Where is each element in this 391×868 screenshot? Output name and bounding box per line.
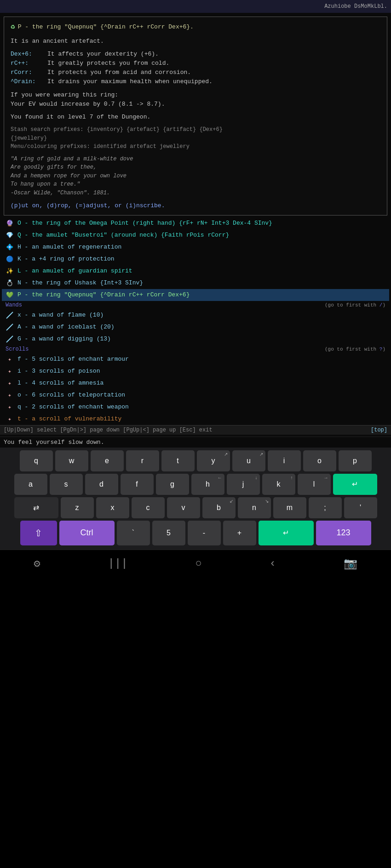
bottom-message: You feel yourself slow down.	[0, 437, 391, 448]
amulet-regen-icon: 💠	[5, 242, 15, 252]
nav-settings-icon[interactable]: ⚙	[34, 557, 40, 570]
key-shift-left[interactable]: ⇄	[14, 497, 58, 518]
nav-home-icon[interactable]: ○	[195, 557, 201, 570]
key-shift-bottom[interactable]: ⇧	[20, 521, 57, 545]
scrolls-goto: (go to first with ?)	[325, 346, 385, 352]
key-c[interactable]: c	[132, 497, 165, 518]
info-panel: ♻ P - the ring "Quepnuq" {^Drain rC++ rC…	[4, 17, 387, 216]
keyboard[interactable]: q w e r t y↗ u↗ i o p a s d f g h← j↓ k↑…	[0, 448, 391, 550]
key-u[interactable]: u↗	[232, 450, 265, 471]
inv-scroll-l-text: l - 4 scrolls of amnesia	[17, 380, 386, 386]
poem-attr: -Oscar Wilde, "Chanson". 1881.	[11, 189, 380, 198]
key-b[interactable]: b↙	[202, 497, 236, 518]
inv-scroll-l[interactable]: ✦ l - 4 scrolls of amnesia	[2, 377, 389, 389]
key-l[interactable]: l→	[298, 474, 331, 495]
ring-ushask-icon: 💍	[5, 278, 15, 288]
key-v[interactable]: v	[167, 497, 200, 518]
key-enter[interactable]: ↵	[333, 474, 377, 495]
key-5[interactable]: 5	[152, 521, 185, 545]
key-m[interactable]: m	[273, 497, 306, 518]
wands-label: Wands	[6, 302, 22, 308]
wand-digging-icon	[5, 334, 15, 344]
key-semicolon[interactable]: ;	[309, 497, 342, 518]
key-h[interactable]: h←	[191, 474, 224, 495]
menu-line: Menu/colouring prefixes: identified arte…	[11, 142, 380, 151]
keyboard-row-1: q w e r t y↗ u↗ i o p	[2, 450, 389, 471]
key-123[interactable]: 123	[316, 521, 371, 545]
key-ctrl[interactable]: Ctrl	[59, 521, 115, 545]
stat-key-drain: ^Drain:	[11, 77, 47, 86]
key-plus[interactable]: +	[223, 521, 256, 545]
inv-item-P[interactable]: 💚 P - the ring "Quepnuq" {^Drain rC++ rC…	[2, 289, 389, 301]
key-x[interactable]: x	[96, 497, 129, 518]
inv-scroll-q[interactable]: ✦ q - 2 scrolls of enchant weapon	[2, 401, 389, 413]
inv-scroll-t[interactable]: ✦ t - a scroll of vulnerability	[2, 413, 389, 425]
inv-item-L[interactable]: ✨ L - an amulet of guardian spirit	[2, 265, 389, 277]
stat-val-rcorr: It protects you from acid and corrosion.	[47, 68, 191, 77]
inv-item-K[interactable]: 🔵 K - a +4 ring of protection	[2, 253, 389, 265]
wands-section-header: Wands (go to first with /)	[2, 301, 389, 309]
top-bar: Azuhiobe DsMo MkLbl.	[0, 0, 391, 13]
key-t[interactable]: t	[161, 450, 195, 471]
key-i[interactable]: i	[268, 450, 301, 471]
inv-scroll-i[interactable]: ✦ i - 3 scrolls of poison	[2, 365, 389, 377]
key-j[interactable]: j↓	[227, 474, 260, 495]
nav-menu-icon[interactable]: |||	[108, 557, 128, 570]
stat-val-dex: It affects your dexterity (+6).	[47, 50, 159, 59]
inv-wand-G[interactable]: G - a wand of digging (13)	[2, 333, 389, 345]
key-y[interactable]: y↗	[197, 450, 230, 471]
key-n[interactable]: n↘	[238, 497, 271, 518]
scrolls-section-header: Scrolls (go to first with ?)	[2, 345, 389, 353]
key-r[interactable]: r	[126, 450, 159, 471]
nav-back-icon[interactable]: ‹	[270, 557, 276, 570]
key-s[interactable]: s	[50, 474, 83, 495]
inv-item-N[interactable]: 💍 N - the ring of Ushask {Int+3 SInv}	[2, 277, 389, 289]
key-backtick[interactable]: `	[117, 521, 150, 545]
key-a[interactable]: a	[14, 474, 47, 495]
inv-item-H[interactable]: 💠 H - an amulet of regeneration	[2, 241, 389, 253]
stat-key-rcorr: rCorr:	[11, 68, 47, 77]
inv-wand-x[interactable]: x - a wand of flame (10)	[2, 309, 389, 321]
nav-bar: ⚙ ||| ○ ‹ 📷	[0, 550, 391, 577]
key-p[interactable]: p	[339, 450, 372, 471]
key-d[interactable]: d	[85, 474, 118, 495]
top-link[interactable]: [top]	[371, 427, 387, 433]
wands-goto: (go to first with /)	[325, 302, 385, 308]
inv-item-Q[interactable]: 💎 Q - the amulet "Busetroi" (around neck…	[2, 229, 389, 241]
inv-text-P: P - the ring "Quepnuq" {^Drain rC++ rCor…	[17, 291, 386, 298]
nav-camera-icon[interactable]: 📷	[344, 557, 357, 570]
key-minus[interactable]: -	[188, 521, 221, 545]
wands-goto-key: /	[380, 302, 383, 308]
key-q[interactable]: q	[20, 450, 53, 471]
inv-scroll-f-text: f - 5 scrolls of enchant armour	[17, 356, 386, 363]
key-w[interactable]: w	[55, 450, 88, 471]
inv-wand-A[interactable]: A - a wand of iceblast (20)	[2, 321, 389, 333]
key-g[interactable]: g	[156, 474, 189, 495]
scrolls-label: Scrolls	[6, 346, 29, 352]
item-title: P - the ring "Quepnuq" {^Drain rC++ rCor…	[18, 23, 194, 32]
scroll-vulnerability-icon: ✦	[5, 414, 15, 424]
poem-line4: To hang upon a tree."	[11, 180, 380, 189]
poem-line3: And a hempen rope for your own love	[11, 172, 380, 181]
keyboard-row-3: ⇄ z x c v b↙ n↘ m ; '	[2, 497, 389, 518]
inv-scroll-t-text: t - a scroll of vulnerability	[17, 415, 386, 422]
ancient-text: It is an ancient artefact.	[11, 37, 380, 46]
scroll-amnesia-icon: ✦	[5, 378, 15, 388]
wearing-line2: Your EV would increase by 0.7 (8.1 -> 8.…	[11, 100, 380, 109]
inv-scroll-o[interactable]: ✦ o - 6 scrolls of teleportation	[2, 389, 389, 401]
key-return-bottom[interactable]: ↵	[259, 521, 314, 545]
inv-wand-A-text: A - a wand of iceblast (20)	[17, 323, 386, 330]
key-k[interactable]: k↑	[262, 474, 295, 495]
poem-line2: Are goodly gifts for thee,	[11, 163, 380, 172]
key-e[interactable]: e	[91, 450, 124, 471]
ring-quepnuq-icon: 💚	[5, 290, 15, 300]
game-area: ♻ P - the ring "Quepnuq" {^Drain rC++ rC…	[0, 13, 391, 437]
key-f[interactable]: f	[121, 474, 154, 495]
key-quote[interactable]: '	[344, 497, 377, 518]
key-o[interactable]: o	[303, 450, 336, 471]
key-z[interactable]: z	[61, 497, 94, 518]
inv-scroll-f[interactable]: ✦ f - 5 scrolls of enchant armour	[2, 353, 389, 365]
inv-item-O[interactable]: 🔮 O - the ring of the Omega Point (right…	[2, 217, 389, 229]
action-line[interactable]: (p)ut on, (d)rop, (=)adjust, or (i)nscri…	[11, 201, 380, 210]
stat-drain: ^Drain: It drains your maximum health wh…	[11, 77, 380, 86]
